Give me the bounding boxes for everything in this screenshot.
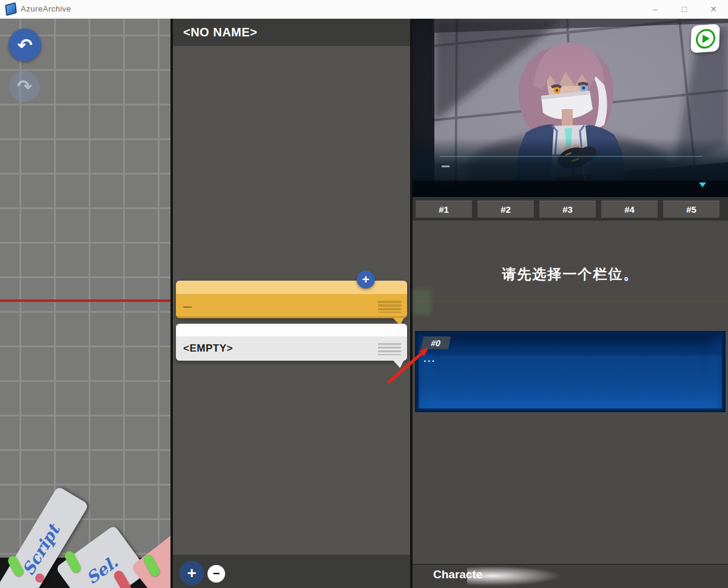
insert-card-button[interactable]: + xyxy=(357,270,375,289)
light-smear xyxy=(467,560,649,588)
redo-icon: ↷ xyxy=(17,76,32,97)
undo-button[interactable]: ↶ xyxy=(8,28,41,61)
connector-dot-icon xyxy=(35,573,44,583)
character-scene-art xyxy=(413,18,728,197)
canvas-panel: ↶ ↷ Script Sel. Exi xyxy=(0,18,170,588)
guide-red-line xyxy=(0,299,170,302)
dialogue-dash xyxy=(442,165,450,167)
timeline-title: <NO NAME> xyxy=(173,18,410,46)
tab-1[interactable]: #1 xyxy=(416,201,472,218)
timeline-card-label: <EMPTY> xyxy=(183,342,233,355)
maximize-button[interactable]: □ xyxy=(671,0,698,18)
slot-0-box[interactable] xyxy=(415,331,726,412)
tab-2[interactable]: #2 xyxy=(477,201,534,218)
dialogue-next-icon xyxy=(699,182,706,187)
undo-icon: ↶ xyxy=(17,35,32,56)
play-icon xyxy=(703,34,710,43)
add-card-button[interactable]: + xyxy=(180,561,204,585)
tab-5[interactable]: #5 xyxy=(663,201,720,218)
plus-icon: + xyxy=(187,564,196,583)
sel-block-label: Sel. xyxy=(83,552,121,587)
minimize-button[interactable]: – xyxy=(642,0,669,18)
play-button[interactable] xyxy=(690,24,720,53)
guide-red-line-faint xyxy=(413,301,728,302)
drag-handle-icon[interactable] xyxy=(378,343,401,355)
drag-handle-icon[interactable] xyxy=(378,301,401,313)
select-slot-hint: 请先选择一个栏位。 xyxy=(413,265,728,284)
slot-0-badge: #0 xyxy=(421,336,451,349)
green-artifact xyxy=(413,289,431,315)
plus-icon: + xyxy=(362,272,369,287)
timeline-card-selected[interactable] xyxy=(176,281,407,318)
close-button[interactable]: ✕ xyxy=(700,0,727,18)
remove-card-button[interactable]: − xyxy=(207,565,225,583)
tab-3[interactable]: #3 xyxy=(539,201,596,218)
app-logo-icon xyxy=(5,2,16,16)
slot-0-content: ... xyxy=(423,353,436,365)
timeline-card-label: — xyxy=(183,302,192,312)
slot-0-inner xyxy=(419,335,722,409)
tab-4[interactable]: #4 xyxy=(601,201,658,218)
app-title: AzureArchive xyxy=(21,4,71,13)
minus-icon: − xyxy=(213,567,220,581)
play-ring xyxy=(695,28,715,48)
character-scene xyxy=(413,18,728,197)
redo-button[interactable]: ↷ xyxy=(9,71,40,102)
title-bar: AzureArchive – □ ✕ xyxy=(0,0,728,19)
